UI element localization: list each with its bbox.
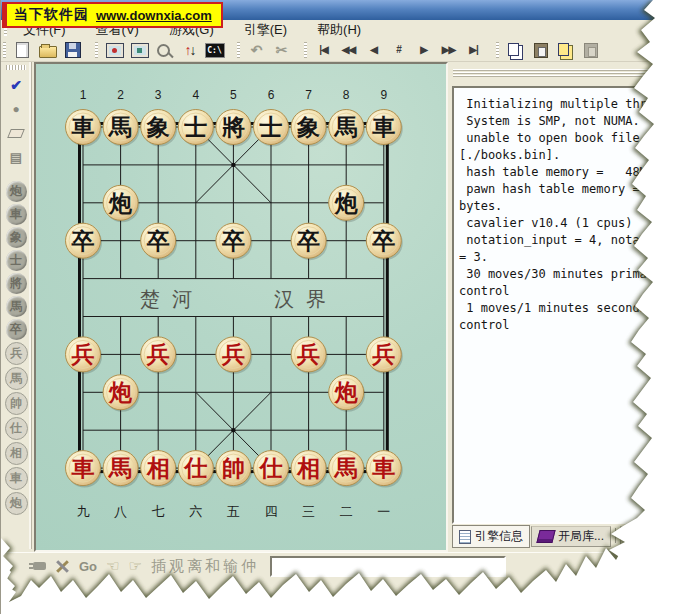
tab-opening-book[interactable]: 开局库... <box>531 526 611 547</box>
board-piece-black[interactable]: 卒 <box>141 223 178 260</box>
engine-line: unable to open book file <box>459 130 672 147</box>
tab-engine-info[interactable]: 引擎信息 <box>452 525 530 548</box>
menu-h[interactable]: 帮助(H) <box>309 20 369 40</box>
file-label-bottom: 四 <box>265 504 278 519</box>
chat-command-button[interactable]: 观 <box>169 557 184 576</box>
chat-command-button[interactable]: 输 <box>223 557 238 576</box>
black-piece-button[interactable]: 炮 <box>6 181 27 202</box>
board-piece-red[interactable]: 兵 <box>216 337 253 374</box>
board-piece-red[interactable]: 仕 <box>254 451 291 488</box>
board-piece-black[interactable]: 馬 <box>103 110 140 147</box>
chat-command-button[interactable]: 和 <box>205 557 220 576</box>
board-piece-black[interactable]: 卒 <box>66 223 103 260</box>
board-piece-red[interactable]: 兵 <box>141 337 178 374</box>
red-piece-button[interactable]: 兵 <box>5 342 28 365</box>
menu-e[interactable]: 引擎(E) <box>236 20 295 40</box>
go-button[interactable]: Go <box>79 559 97 574</box>
tools-icon[interactable] <box>55 559 70 574</box>
board-piece-red[interactable]: 兵 <box>66 337 103 374</box>
board-piece-black[interactable]: 象 <box>141 110 178 147</box>
svg-text:兵: 兵 <box>146 340 170 367</box>
board-piece-black[interactable]: 車 <box>66 110 103 147</box>
chat-command-button[interactable]: 仲 <box>241 557 256 576</box>
board-piece-red[interactable]: 仕 <box>178 451 215 488</box>
paste-alt-button[interactable] <box>579 40 602 60</box>
board-piece-red[interactable]: 帥 <box>216 451 253 488</box>
black-piece-button[interactable]: 車 <box>6 204 27 225</box>
board-piece-black[interactable]: 卒 <box>291 223 328 260</box>
board-piece-red[interactable]: 馬 <box>103 451 140 488</box>
eraser-button[interactable] <box>4 122 28 144</box>
last-move-button[interactable]: ▶| <box>462 40 485 60</box>
board-piece-black[interactable]: 馬 <box>329 110 366 147</box>
board-piece-black[interactable]: 卒 <box>366 223 403 260</box>
red-piece-button[interactable]: 馬 <box>5 367 28 390</box>
toolbar-grip[interactable] <box>6 65 26 70</box>
engine-line: = 3. <box>459 249 672 266</box>
search-button[interactable] <box>153 40 176 60</box>
command-input[interactable] <box>270 556 506 577</box>
tab-online[interactable]: 在 <box>620 526 666 547</box>
red-piece-button[interactable]: 相 <box>5 442 28 465</box>
new-file-button[interactable] <box>11 40 34 60</box>
undo-button[interactable]: ↶ <box>245 40 268 60</box>
board-piece-red[interactable]: 相 <box>291 451 328 488</box>
board-piece-red[interactable]: 炮 <box>329 375 366 412</box>
board-piece-black[interactable]: 士 <box>178 110 215 147</box>
board-piece-red[interactable]: 兵 <box>366 337 403 374</box>
flip-board-button[interactable] <box>178 40 201 60</box>
board-window-icon <box>106 43 124 58</box>
open-file-button[interactable] <box>36 40 59 60</box>
console-button[interactable]: C:\ <box>203 40 226 60</box>
black-piece-button[interactable]: 卒 <box>6 319 27 340</box>
red-piece-button[interactable]: 帥 <box>5 392 28 415</box>
hand-right-icon[interactable]: ☞ <box>129 557 142 575</box>
fast-forward-button[interactable]: ▶▶ <box>437 40 460 60</box>
check-button[interactable]: ✔ <box>4 74 28 96</box>
back-button[interactable]: ◀ <box>362 40 385 60</box>
chat-command-button[interactable]: 插 <box>151 557 166 576</box>
red-piece-button[interactable]: 仕 <box>5 417 28 440</box>
hand-left-icon[interactable]: ☜ <box>106 557 119 575</box>
board-piece-black[interactable]: 象 <box>291 110 328 147</box>
plug-icon[interactable] <box>33 562 46 570</box>
board-piece-black[interactable]: 卒 <box>216 223 253 260</box>
red-piece-button[interactable]: 車 <box>5 467 28 490</box>
board-piece-black[interactable]: 車 <box>366 110 403 147</box>
board-piece-black[interactable]: 將 <box>216 110 253 147</box>
fast-backward-button[interactable]: ◀◀ <box>337 40 360 60</box>
black-piece-button[interactable]: 將 <box>6 273 27 294</box>
board-window-alt-button[interactable] <box>128 40 151 60</box>
board-piece-black[interactable]: 炮 <box>329 185 366 222</box>
black-piece-button[interactable]: 象 <box>6 227 27 248</box>
board-piece-red[interactable]: 炮 <box>103 375 140 412</box>
save-file-button[interactable] <box>61 40 84 60</box>
board-window-button[interactable] <box>103 40 126 60</box>
delete-button[interactable]: ✂ <box>270 40 293 60</box>
panel-grip[interactable] <box>453 69 666 78</box>
black-piece-button[interactable]: 馬 <box>6 296 27 317</box>
xiangqi-board[interactable]: 123456789九八七六五四三二一楚河汉界車馬象士將士象馬車炮炮卒卒卒卒卒兵兵… <box>36 64 446 550</box>
goto-move-button[interactable]: # <box>387 40 410 60</box>
chat-command-button[interactable]: 离 <box>187 557 202 576</box>
board-piece-red[interactable]: 馬 <box>329 451 366 488</box>
black-piece-button[interactable]: 士 <box>6 250 27 271</box>
board-piece-black[interactable]: 炮 <box>103 185 140 222</box>
paste-button[interactable] <box>529 40 552 60</box>
edit-board-button[interactable]: ▤ <box>4 146 28 168</box>
board-piece-red[interactable]: 車 <box>66 451 103 488</box>
board-piece-red[interactable]: 兵 <box>291 337 328 374</box>
site-url-link[interactable]: www.downxia.com <box>96 8 212 23</box>
dot-button[interactable]: ● <box>4 98 28 120</box>
copy-alt-button[interactable] <box>554 40 577 60</box>
board-piece-red[interactable]: 相 <box>141 451 178 488</box>
first-move-button[interactable]: |◀ <box>312 40 335 60</box>
engine-output[interactable]: Initializing multiple threa System is SM… <box>452 86 675 524</box>
red-piece-button[interactable]: 炮 <box>5 492 28 515</box>
board-piece-red[interactable]: 車 <box>366 451 403 488</box>
file-label-top: 8 <box>343 88 350 102</box>
svg-text:士: 士 <box>259 113 283 140</box>
board-piece-black[interactable]: 士 <box>254 110 291 147</box>
copy-button[interactable] <box>504 40 527 60</box>
forward-button[interactable]: ▶ <box>412 40 435 60</box>
